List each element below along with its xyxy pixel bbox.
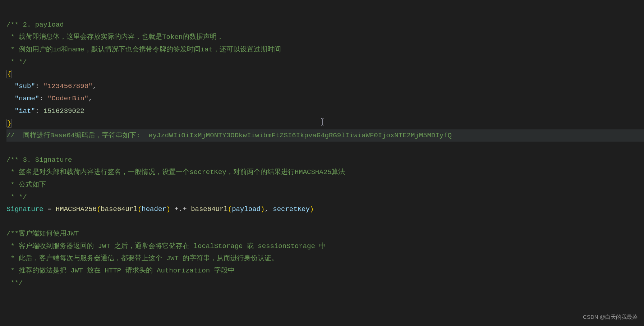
json-key: "name" bbox=[15, 95, 39, 102]
comment-line: * 例如用户的id和name，默认情况下也会携带令牌的签发时间iat，还可以设置… bbox=[6, 46, 281, 54]
json-key: "sub" bbox=[15, 82, 35, 90]
function-call: base64Url bbox=[191, 205, 228, 213]
brace-open: { bbox=[6, 70, 12, 78]
json-line: "sub": "1234567890", bbox=[6, 82, 97, 90]
json-line: "iat": 1516239022 bbox=[6, 107, 84, 115]
param: secretKey bbox=[273, 205, 310, 213]
param: header bbox=[142, 205, 166, 213]
brace-close: } bbox=[6, 119, 12, 128]
comment-line: // 同样进行Base64编码后，字符串如下: bbox=[6, 132, 148, 139]
function-call: base64Url bbox=[101, 205, 138, 213]
comment-line: * 客户端收到服务器返回的 JWT 之后，通常会将它储存在 localStora… bbox=[6, 242, 326, 250]
comment-line: **/ bbox=[6, 279, 23, 287]
comment-line: /** 3. Signature bbox=[6, 156, 72, 164]
json-key: "iat" bbox=[15, 107, 35, 115]
comment-line: /** 2. payload bbox=[6, 21, 64, 29]
comment-line: * 公式如下 bbox=[6, 181, 46, 189]
comment-line: * 推荐的做法是把 JWT 放在 HTTP 请求头的 Authorization… bbox=[6, 267, 235, 275]
comment-line: * 此后，客户端每次与服务器通信，都要带上这个 JWT 的字符串，从而进行身份认… bbox=[6, 254, 278, 262]
comment-line: * 签名是对头部和载荷内容进行签名，一般情况，设置一个secretKey，对前两… bbox=[6, 168, 345, 176]
highlighted-line: // 同样进行Base64编码后，字符串如下: eyJzdWIiOiIxMjM0… bbox=[6, 129, 644, 142]
param: payload bbox=[232, 205, 261, 213]
comment-line: /**客户端如何使用JWT bbox=[6, 230, 79, 238]
comment-line: * */ bbox=[6, 58, 27, 66]
json-value: "1234567890" bbox=[43, 82, 93, 90]
watermark: CSDN @白天的我最菜 bbox=[583, 312, 638, 322]
json-value: 1516239022 bbox=[43, 107, 84, 115]
code-editor[interactable]: /** 2. payload * 载荷即消息体，这里会存放实际的内容，也就是To… bbox=[6, 6, 644, 289]
encoded-string: eyJzdWIiOiIxMjM0NTY3ODkwIiwibmFtZSI6Ikpv… bbox=[148, 132, 452, 139]
json-line: "name": "CoderBin", bbox=[6, 95, 92, 102]
comment-line: * */ bbox=[6, 193, 27, 201]
function-call: HMACSHA256 bbox=[56, 205, 97, 213]
comment-line: * 载荷即消息体，这里会存放实际的内容，也就是Token的数据声明， bbox=[6, 33, 224, 41]
json-value: "CoderBin" bbox=[47, 95, 88, 102]
identifier: Signature bbox=[6, 205, 43, 213]
code-line: Signature = HMACSHA256(base64Url(header)… bbox=[6, 205, 314, 213]
